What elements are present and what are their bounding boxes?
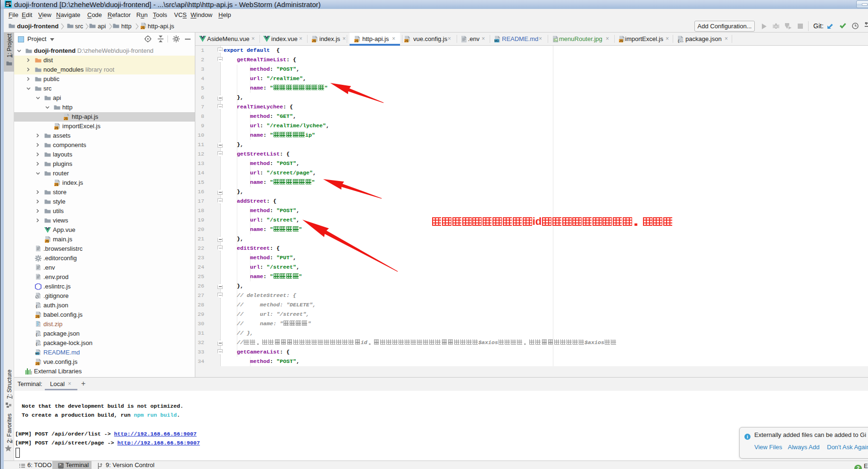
svg-text:JS: JS [55, 183, 59, 186]
svg-text:{..}: {..} [35, 304, 42, 308]
svg-text:JS: JS [355, 39, 359, 42]
svg-text:JS: JS [64, 117, 68, 120]
svg-text:JS: JS [312, 39, 317, 42]
svg-text:{..}: {..} [677, 39, 684, 43]
svg-text:JS: JS [55, 126, 59, 130]
svg-text:JS: JS [405, 39, 409, 42]
svg-text:MD: MD [35, 352, 40, 355]
svg-text:JS: JS [141, 26, 145, 29]
svg-text:JS: JS [36, 315, 40, 318]
svg-text:{..}: {..} [35, 333, 42, 337]
svg-text:JS: JS [45, 239, 50, 243]
svg-text:JS: JS [619, 39, 624, 42]
svg-text:{..}: {..} [35, 342, 42, 346]
svg-text:MD: MD [494, 39, 499, 42]
svg-text:JS: JS [36, 362, 40, 365]
